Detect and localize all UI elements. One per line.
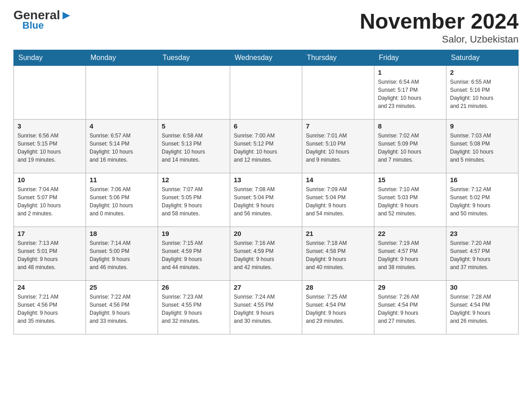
day-info: Sunrise: 7:08 AMSunset: 5:04 PMDaylight:… (234, 185, 298, 218)
calendar-week-4: 17Sunrise: 7:13 AMSunset: 5:01 PMDayligh… (14, 227, 519, 281)
day-number: 21 (306, 230, 370, 237)
day-info: Sunrise: 7:16 AMSunset: 4:59 PMDaylight:… (234, 239, 298, 271)
day-info: Sunrise: 7:21 AMSunset: 4:56 PMDaylight:… (17, 293, 82, 325)
day-number: 16 (450, 176, 515, 184)
calendar-cell: 6Sunrise: 7:00 AMSunset: 5:12 PMDaylight… (230, 120, 302, 173)
calendar-cell: 5Sunrise: 6:58 AMSunset: 5:13 PMDaylight… (158, 120, 230, 173)
calendar-cell: 30Sunrise: 7:28 AMSunset: 4:54 PMDayligh… (446, 281, 519, 334)
calendar-cell: 23Sunrise: 7:20 AMSunset: 4:57 PMDayligh… (446, 227, 519, 281)
col-header-monday: Monday (86, 50, 158, 66)
day-number: 27 (234, 283, 298, 291)
day-info: Sunrise: 7:13 AMSunset: 5:01 PMDaylight:… (17, 239, 82, 271)
calendar-cell: 11Sunrise: 7:06 AMSunset: 5:06 PMDayligh… (86, 173, 158, 227)
calendar-cell: 29Sunrise: 7:26 AMSunset: 4:54 PMDayligh… (374, 281, 446, 334)
day-info: Sunrise: 7:18 AMSunset: 4:58 PMDaylight:… (306, 239, 370, 271)
day-number: 18 (90, 230, 154, 237)
day-info: Sunrise: 7:04 AMSunset: 5:07 PMDaylight:… (17, 185, 82, 218)
col-header-friday: Friday (374, 50, 446, 66)
day-number: 29 (378, 283, 442, 291)
day-number: 7 (306, 122, 370, 130)
day-info: Sunrise: 6:57 AMSunset: 5:14 PMDaylight:… (90, 132, 154, 164)
day-info: Sunrise: 7:25 AMSunset: 4:54 PMDaylight:… (306, 293, 370, 325)
day-number: 28 (306, 283, 370, 291)
calendar-cell: 24Sunrise: 7:21 AMSunset: 4:56 PMDayligh… (14, 281, 86, 334)
day-info: Sunrise: 6:56 AMSunset: 5:15 PMDaylight:… (17, 132, 82, 164)
day-info: Sunrise: 7:02 AMSunset: 5:09 PMDaylight:… (378, 132, 442, 164)
day-info: Sunrise: 7:10 AMSunset: 5:03 PMDaylight:… (378, 185, 442, 218)
calendar-cell: 18Sunrise: 7:14 AMSunset: 5:00 PMDayligh… (86, 227, 158, 281)
day-info: Sunrise: 7:00 AMSunset: 5:12 PMDaylight:… (234, 132, 298, 164)
day-number: 4 (90, 122, 154, 130)
day-number: 19 (162, 230, 226, 237)
calendar-week-5: 24Sunrise: 7:21 AMSunset: 4:56 PMDayligh… (14, 281, 519, 334)
logo-blue-text: Blue (22, 20, 44, 31)
day-info: Sunrise: 7:26 AMSunset: 4:54 PMDaylight:… (378, 293, 442, 325)
day-info: Sunrise: 6:55 AMSunset: 5:16 PMDaylight:… (450, 78, 515, 110)
day-number: 5 (162, 122, 226, 130)
calendar-cell: 21Sunrise: 7:18 AMSunset: 4:58 PMDayligh… (302, 227, 374, 281)
calendar-cell: 9Sunrise: 7:03 AMSunset: 5:08 PMDaylight… (446, 120, 519, 173)
day-number: 2 (450, 68, 515, 76)
calendar-cell: 7Sunrise: 7:01 AMSunset: 5:10 PMDaylight… (302, 120, 374, 173)
day-number: 13 (234, 176, 298, 184)
calendar-week-1: 1Sunrise: 6:54 AMSunset: 5:17 PMDaylight… (14, 66, 519, 120)
calendar-cell: 17Sunrise: 7:13 AMSunset: 5:01 PMDayligh… (14, 227, 86, 281)
calendar-table: SundayMondayTuesdayWednesdayThursdayFrid… (13, 50, 519, 334)
location: Salor, Uzbekistan (360, 34, 519, 45)
day-info: Sunrise: 7:23 AMSunset: 4:55 PMDaylight:… (162, 293, 226, 325)
day-info: Sunrise: 7:14 AMSunset: 5:00 PMDaylight:… (90, 239, 154, 271)
calendar-cell (86, 66, 158, 120)
calendar-cell: 10Sunrise: 7:04 AMSunset: 5:07 PMDayligh… (14, 173, 86, 227)
day-number: 17 (17, 230, 82, 237)
day-number: 30 (450, 283, 515, 291)
day-number: 12 (162, 176, 226, 184)
day-info: Sunrise: 7:19 AMSunset: 4:57 PMDaylight:… (378, 239, 442, 271)
calendar-week-2: 3Sunrise: 6:56 AMSunset: 5:15 PMDaylight… (14, 120, 519, 173)
calendar-cell: 26Sunrise: 7:23 AMSunset: 4:55 PMDayligh… (158, 281, 230, 334)
day-info: Sunrise: 7:01 AMSunset: 5:10 PMDaylight:… (306, 132, 370, 164)
day-info: Sunrise: 7:28 AMSunset: 4:54 PMDaylight:… (450, 293, 515, 325)
day-info: Sunrise: 7:07 AMSunset: 5:05 PMDaylight:… (162, 185, 226, 218)
calendar-cell: 12Sunrise: 7:07 AMSunset: 5:05 PMDayligh… (158, 173, 230, 227)
day-number: 14 (306, 176, 370, 184)
calendar-cell: 2Sunrise: 6:55 AMSunset: 5:16 PMDaylight… (446, 66, 519, 120)
calendar-cell: 1Sunrise: 6:54 AMSunset: 5:17 PMDaylight… (374, 66, 446, 120)
day-number: 23 (450, 230, 515, 237)
day-number: 6 (234, 122, 298, 130)
calendar-cell: 27Sunrise: 7:24 AMSunset: 4:55 PMDayligh… (230, 281, 302, 334)
calendar-cell (158, 66, 230, 120)
day-number: 1 (378, 68, 442, 76)
day-number: 10 (17, 176, 82, 184)
day-number: 11 (90, 176, 154, 184)
calendar-cell (14, 66, 86, 120)
day-number: 26 (162, 283, 226, 291)
calendar-cell (230, 66, 302, 120)
day-number: 25 (90, 283, 154, 291)
day-info: Sunrise: 6:54 AMSunset: 5:17 PMDaylight:… (378, 78, 442, 110)
day-number: 9 (450, 122, 515, 130)
day-number: 20 (234, 230, 298, 237)
day-info: Sunrise: 7:06 AMSunset: 5:06 PMDaylight:… (90, 185, 154, 218)
day-info: Sunrise: 7:15 AMSunset: 4:59 PMDaylight:… (162, 239, 226, 271)
calendar-cell: 14Sunrise: 7:09 AMSunset: 5:04 PMDayligh… (302, 173, 374, 227)
month-title: November 2024 (360, 9, 519, 34)
day-info: Sunrise: 7:12 AMSunset: 5:02 PMDaylight:… (450, 185, 515, 218)
day-info: Sunrise: 7:24 AMSunset: 4:55 PMDaylight:… (234, 293, 298, 325)
calendar-cell: 22Sunrise: 7:19 AMSunset: 4:57 PMDayligh… (374, 227, 446, 281)
calendar-cell: 25Sunrise: 7:22 AMSunset: 4:56 PMDayligh… (86, 281, 158, 334)
calendar-cell: 13Sunrise: 7:08 AMSunset: 5:04 PMDayligh… (230, 173, 302, 227)
calendar-cell: 4Sunrise: 6:57 AMSunset: 5:14 PMDaylight… (86, 120, 158, 173)
col-header-wednesday: Wednesday (230, 50, 302, 66)
col-header-tuesday: Tuesday (158, 50, 230, 66)
day-number: 22 (378, 230, 442, 237)
day-number: 24 (17, 283, 82, 291)
day-info: Sunrise: 7:09 AMSunset: 5:04 PMDaylight:… (306, 185, 370, 218)
calendar-cell: 3Sunrise: 6:56 AMSunset: 5:15 PMDaylight… (14, 120, 86, 173)
day-info: Sunrise: 6:58 AMSunset: 5:13 PMDaylight:… (162, 132, 226, 164)
logo-triangle-icon: ► (60, 8, 73, 22)
col-header-saturday: Saturday (446, 50, 519, 66)
calendar-week-3: 10Sunrise: 7:04 AMSunset: 5:07 PMDayligh… (14, 173, 519, 227)
col-header-thursday: Thursday (302, 50, 374, 66)
day-info: Sunrise: 7:20 AMSunset: 4:57 PMDaylight:… (450, 239, 515, 271)
day-number: 15 (378, 176, 442, 184)
